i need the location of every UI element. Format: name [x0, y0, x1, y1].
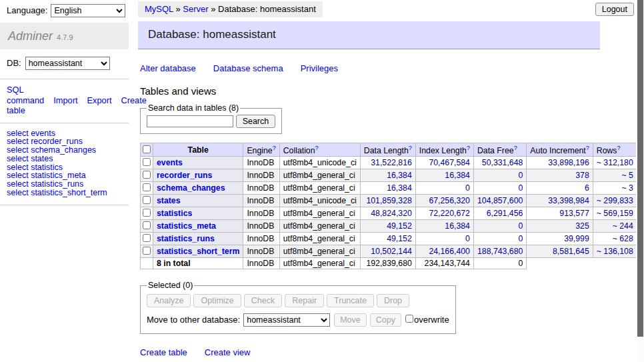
column-header-label: Collation	[283, 146, 315, 155]
rows-cell[interactable]: ~ 312,180	[593, 157, 637, 169]
index-length-cell[interactable]: 0	[415, 233, 473, 245]
overwrite-label[interactable]: overwrite	[414, 315, 449, 325]
row-checkbox-cell	[141, 233, 153, 245]
vertical-scrollbar-thumb[interactable]	[637, 0, 643, 337]
table-name-link[interactable]: statistics	[157, 209, 192, 218]
move-button[interactable]: Move	[334, 313, 367, 327]
auto-increment-cell[interactable]: 6	[527, 182, 593, 195]
auto-increment-cell[interactable]: 8,581,645	[527, 245, 593, 258]
row-checkbox[interactable]	[143, 196, 151, 204]
rows-cell[interactable]: ~ 3	[593, 182, 637, 195]
data-free-cell[interactable]: 0	[473, 169, 526, 182]
create-link[interactable]: Create table	[140, 347, 187, 357]
database-action-link[interactable]: Database schema	[213, 63, 283, 73]
logout-button[interactable]: Logout	[595, 3, 634, 16]
row-checkbox[interactable]	[143, 209, 151, 217]
table-name-link[interactable]: states	[157, 196, 181, 205]
table-name-link[interactable]: events	[157, 158, 183, 167]
index-length-cell[interactable]: 16,384	[415, 220, 473, 233]
auto-increment-cell[interactable]: 378	[527, 169, 593, 182]
rows-cell[interactable]: ~ 299,833	[593, 195, 637, 207]
copy-button[interactable]: Copy	[370, 313, 401, 327]
db-select[interactable]: homeassistant	[25, 57, 110, 70]
help-icon[interactable]: ?	[514, 145, 517, 151]
row-checkbox[interactable]	[143, 171, 151, 179]
data-length-cell[interactable]: 49,152	[360, 220, 415, 233]
data-free-cell[interactable]: 0	[473, 182, 526, 195]
truncate-button[interactable]: Truncate	[327, 294, 374, 307]
index-length-cell[interactable]: 24,166,400	[415, 245, 473, 258]
auto-increment-cell[interactable]: 913,577	[527, 207, 593, 220]
row-checkbox[interactable]	[143, 221, 151, 229]
search-input[interactable]	[147, 115, 233, 127]
row-checkbox[interactable]	[143, 158, 151, 166]
sidebar-table-link[interactable]: select schema_changes	[7, 146, 122, 155]
optimize-button[interactable]: Optimize	[193, 294, 241, 307]
index-length-cell[interactable]: 70,467,584	[415, 157, 473, 169]
auto-increment-cell[interactable]: 39,999	[527, 233, 593, 245]
table-name-link[interactable]: schema_changes	[157, 183, 225, 193]
row-checkbox[interactable]	[143, 234, 151, 242]
index-length-cell[interactable]: 0	[415, 182, 473, 195]
data-free-cell[interactable]: 188,743,680	[473, 245, 526, 258]
breadcrumb-link[interactable]: Server	[183, 4, 208, 14]
database-action-link[interactable]: Alter database	[140, 63, 196, 73]
data-free-cell[interactable]: 104,857,600	[473, 195, 526, 207]
move-label: Move to other database:	[147, 315, 240, 325]
select-all-checkbox[interactable]	[143, 145, 151, 153]
index-length-cell[interactable]: 16,384	[415, 169, 473, 182]
data-length-cell[interactable]: 16,384	[360, 169, 415, 182]
index-length-cell[interactable]: 67,256,320	[415, 195, 473, 207]
rows-cell[interactable]: ~ 136,108	[593, 245, 637, 258]
sidebar-action-link[interactable]: Import	[53, 95, 77, 105]
row-checkbox[interactable]	[143, 183, 151, 191]
help-icon[interactable]: ?	[586, 145, 589, 151]
data-length-cell[interactable]: 31,522,816	[360, 157, 415, 169]
drop-button[interactable]: Drop	[377, 294, 409, 307]
index-length-cell[interactable]: 72,220,672	[415, 207, 473, 220]
check-button[interactable]: Check	[244, 294, 282, 307]
data-free-cell[interactable]: 6,291,456	[473, 207, 526, 220]
sidebar-table-link[interactable]: select statistics_short_term	[7, 189, 122, 197]
rows-cell[interactable]: ~ 569,159	[593, 207, 637, 220]
data-length-cell[interactable]: 10,502,144	[360, 245, 415, 258]
table-name-link[interactable]: statistics_meta	[157, 221, 216, 231]
breadcrumb-link[interactable]: MySQL	[145, 4, 173, 14]
help-icon[interactable]: ?	[409, 145, 412, 151]
auto-increment-cell[interactable]: 325	[527, 220, 593, 233]
data-length-cell[interactable]: 101,859,328	[360, 195, 415, 207]
language-select[interactable]: English	[51, 4, 125, 17]
rows-cell[interactable]: ~ 244	[593, 220, 637, 233]
data-free-cell[interactable]: 0	[473, 220, 526, 233]
move-db-select[interactable]: homeassistant	[243, 313, 330, 327]
data-free-cell[interactable]: 0	[473, 233, 526, 245]
overwrite-checkbox[interactable]	[405, 315, 413, 323]
auto-increment-cell[interactable]: 33,398,984	[527, 195, 593, 207]
data-length-cell[interactable]: 49,152	[360, 233, 415, 245]
sidebar-table-link[interactable]: select states	[7, 155, 122, 163]
table-name-link[interactable]: statistics_runs	[157, 234, 215, 243]
search-button[interactable]: Search	[236, 115, 276, 128]
rows-cell[interactable]: ~ 5	[593, 169, 637, 182]
auto-increment-cell[interactable]: 33,898,196	[527, 157, 593, 169]
sidebar-action-link[interactable]: SQL command	[7, 85, 44, 105]
data-length-cell[interactable]: 16,384	[360, 182, 415, 195]
help-icon[interactable]: ?	[315, 145, 319, 151]
sidebar-table-link[interactable]: select statistics_runs	[7, 180, 122, 189]
sidebar-action-link[interactable]: Export	[87, 95, 111, 105]
collation-cell: utf8mb4_unicode_ci	[279, 195, 360, 207]
help-icon[interactable]: ?	[617, 145, 621, 151]
vertical-scrollbar-track[interactable]	[636, 0, 644, 362]
row-checkbox[interactable]	[143, 247, 151, 255]
table-name-link[interactable]: recorder_runs	[157, 171, 212, 180]
database-action-link[interactable]: Privileges	[301, 63, 338, 73]
data-length-cell[interactable]: 48,824,320	[360, 207, 415, 220]
repair-button[interactable]: Repair	[285, 294, 324, 307]
table-name-link[interactable]: statistics_short_term	[157, 247, 239, 256]
help-icon[interactable]: ?	[467, 145, 470, 151]
data-free-cell[interactable]: 50,331,648	[473, 157, 526, 169]
create-link[interactable]: Create view	[205, 347, 251, 357]
rows-cell[interactable]: ~ 628	[593, 233, 637, 245]
analyze-button[interactable]: Analyze	[147, 294, 191, 307]
help-icon[interactable]: ?	[273, 145, 276, 151]
